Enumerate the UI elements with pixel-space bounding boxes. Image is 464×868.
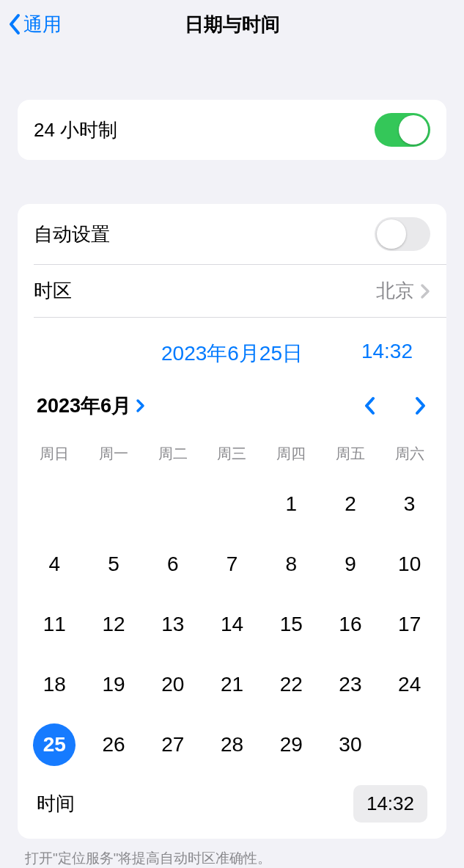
toggle-24-hour[interactable]	[375, 113, 430, 147]
calendar-day[interactable]: 4	[25, 534, 84, 594]
calendar-day[interactable]: 17	[380, 594, 439, 654]
time-display[interactable]: 14:32	[361, 340, 413, 363]
month-label: 2023年6月	[37, 393, 131, 419]
prev-month-button[interactable]	[363, 395, 378, 417]
calendar-blank	[25, 474, 84, 534]
weekday-label: 周六	[380, 438, 439, 470]
row-timezone-value: 北京	[376, 278, 414, 304]
calendar-grid: 1234567891011121314151617181920212223242…	[18, 474, 446, 775]
weekday-label: 周三	[202, 438, 262, 470]
footnote: 打开"定位服务"将提高自动时区准确性。	[0, 839, 464, 868]
toggle-auto-set[interactable]	[375, 217, 430, 251]
calendar-day[interactable]: 28	[202, 715, 262, 775]
calendar-day[interactable]: 1	[262, 474, 321, 534]
calendar-day[interactable]: 14	[202, 594, 262, 654]
chevron-right-icon	[420, 283, 430, 299]
calendar-day[interactable]: 13	[143, 594, 202, 654]
row-auto-set: 自动设置	[18, 204, 446, 264]
calendar-day[interactable]: 23	[321, 654, 380, 715]
calendar-day[interactable]: 15	[262, 594, 321, 654]
calendar-day[interactable]: 19	[84, 654, 144, 715]
weekday-label: 周五	[321, 438, 380, 470]
calendar-day[interactable]: 5	[84, 534, 144, 594]
time-picker-button[interactable]: 14:32	[353, 785, 427, 823]
calendar-day[interactable]: 20	[143, 654, 202, 715]
calendar-day[interactable]: 26	[84, 715, 144, 775]
month-picker-button[interactable]: 2023年6月	[37, 393, 146, 419]
weekday-label: 周四	[262, 438, 321, 470]
calendar-blank	[202, 474, 262, 534]
calendar-blank	[84, 474, 144, 534]
calendar-day[interactable]: 9	[321, 534, 380, 594]
next-month-button[interactable]	[413, 395, 427, 417]
weekday-label: 周二	[143, 438, 202, 470]
calendar-blank	[380, 715, 439, 775]
back-button[interactable]: 通用	[7, 12, 62, 37]
calendar-day[interactable]: 6	[143, 534, 202, 594]
calendar-day[interactable]: 18	[25, 654, 84, 715]
chevron-right-icon	[136, 398, 146, 414]
calendar-day[interactable]: 29	[262, 715, 321, 775]
row-24-hour: 24 小时制	[18, 100, 446, 160]
calendar-day[interactable]: 22	[262, 654, 321, 715]
time-row-label: 时间	[37, 791, 75, 817]
row-timezone-label: 时区	[34, 278, 72, 304]
row-24-hour-label: 24 小时制	[34, 117, 117, 143]
calendar-day[interactable]: 30	[321, 715, 380, 775]
calendar-day[interactable]: 21	[202, 654, 262, 715]
row-timezone[interactable]: 时区 北京	[18, 265, 446, 317]
calendar-day[interactable]: 25	[25, 715, 84, 775]
calendar-day[interactable]: 8	[262, 534, 321, 594]
calendar-blank	[143, 474, 202, 534]
weekday-header: 周日周一周二周三周四周五周六	[18, 426, 446, 474]
calendar-day[interactable]: 24	[380, 654, 439, 715]
calendar-day[interactable]: 12	[84, 594, 144, 654]
page-title: 日期与时间	[0, 12, 464, 37]
chevron-left-icon	[7, 13, 22, 35]
weekday-label: 周日	[25, 438, 84, 470]
date-display[interactable]: 2023年6月25日	[161, 340, 303, 368]
calendar-day[interactable]: 11	[25, 594, 84, 654]
calendar-day[interactable]: 7	[202, 534, 262, 594]
row-auto-set-label: 自动设置	[34, 222, 110, 247]
calendar-day[interactable]: 27	[143, 715, 202, 775]
back-label: 通用	[23, 12, 62, 37]
calendar-day[interactable]: 10	[380, 534, 439, 594]
weekday-label: 周一	[84, 438, 144, 470]
calendar-day[interactable]: 2	[321, 474, 380, 534]
calendar-day[interactable]: 3	[380, 474, 439, 534]
calendar-day[interactable]: 16	[321, 594, 380, 654]
